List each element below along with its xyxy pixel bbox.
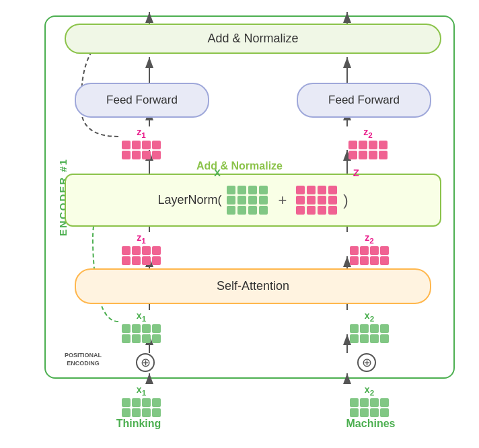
x1-label-final: x1 bbox=[137, 384, 146, 397]
pos-enc-label: POSITIONALENCODING bbox=[65, 352, 102, 367]
z-token-grid bbox=[296, 186, 338, 215]
close-paren: ) bbox=[343, 192, 348, 209]
z1-tokens-mid: z1 bbox=[122, 232, 161, 265]
feed-forward-right: Feed Forward bbox=[297, 83, 431, 118]
x-token-grid bbox=[227, 186, 268, 215]
z2-label-top: z2 bbox=[363, 126, 372, 139]
x1-tokens-final: x1 bbox=[122, 384, 161, 417]
z-label-layernorm: Z bbox=[353, 167, 359, 178]
z2-tokens-mid: z2 bbox=[350, 232, 389, 265]
z1-tokens-top: z1 bbox=[122, 126, 161, 159]
word-thinking-container: Thinking bbox=[105, 418, 172, 430]
plus-sign: + bbox=[278, 192, 287, 209]
pos-enc-circle-right: ⊕ bbox=[357, 353, 376, 372]
plus-circle-right: ⊕ bbox=[357, 353, 376, 372]
word-thinking: Thinking bbox=[116, 418, 161, 429]
z1-label-mid: z1 bbox=[137, 232, 145, 245]
pos-enc-circle-left: ⊕ bbox=[136, 353, 155, 372]
plus-circle-left: ⊕ bbox=[136, 353, 155, 372]
layernorm-box: X Z LayerNorm( + ) bbox=[65, 174, 441, 227]
x2-label-bottom: x2 bbox=[365, 310, 374, 323]
x2-tokens-final: x2 bbox=[350, 384, 389, 417]
add-normalize-top: Add & Normalize bbox=[65, 24, 441, 54]
diagram-container: ENCODER #1 bbox=[17, 9, 462, 439]
word-machines-container: Machines bbox=[337, 418, 404, 430]
z1-label-top: z1 bbox=[137, 126, 145, 139]
word-machines: Machines bbox=[346, 418, 396, 429]
z2-tokens-top: z2 bbox=[348, 126, 388, 159]
x2-tokens-bottom: x2 bbox=[350, 310, 389, 343]
z2-label-mid: z2 bbox=[365, 232, 373, 245]
layernorm-text: LayerNorm( bbox=[157, 193, 221, 207]
x1-label-bottom: x1 bbox=[137, 310, 146, 323]
self-attention: Self-Attention bbox=[75, 268, 431, 304]
feed-forward-left: Feed Forward bbox=[75, 83, 209, 118]
add-normalize-middle: Add & Normalize bbox=[196, 160, 283, 172]
x2-label-final: x2 bbox=[365, 384, 374, 397]
x1-tokens-bottom: x1 bbox=[122, 310, 161, 343]
